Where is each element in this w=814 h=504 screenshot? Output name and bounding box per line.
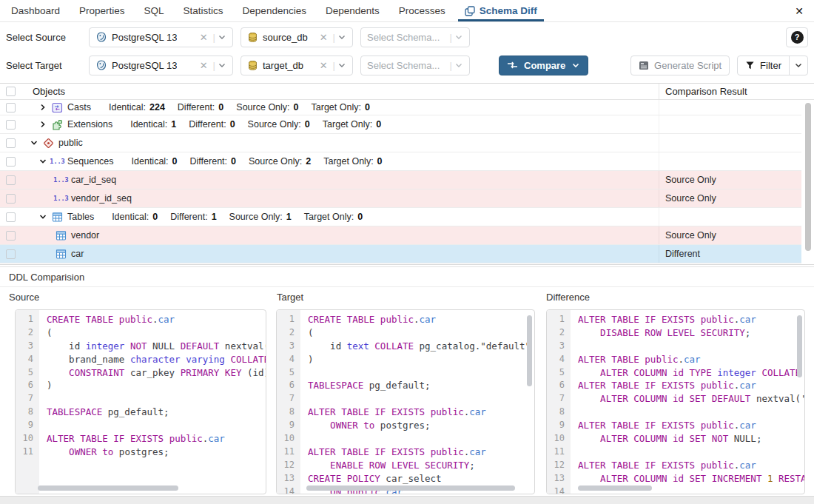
chevron-down-icon[interactable] <box>337 61 346 70</box>
code-line: OWNER to postgres; <box>39 446 266 459</box>
sequence-icon: 1..3 <box>51 158 64 165</box>
target-database-select[interactable]: target_db ✕ | <box>240 56 353 75</box>
table-row-car[interactable]: carDifferent <box>0 245 814 263</box>
chevron-down-icon[interactable] <box>571 61 580 70</box>
tab-statistics[interactable]: Statistics <box>174 0 233 21</box>
table-row-Sequences[interactable]: 1..3SequencesIdentical:0Different:0Sourc… <box>0 152 814 171</box>
chevron-down-icon[interactable] <box>37 156 49 167</box>
tab-properties[interactable]: Properties <box>70 0 135 21</box>
help-button[interactable]: ? <box>786 27 808 47</box>
tab-dependencies[interactable]: Dependencies <box>233 0 316 21</box>
code-line: ALTER COLUMN id SET DEFAULT nextval(' <box>571 392 804 406</box>
target-code-area[interactable]: CREATE TABLE public.car( id text COLLATE… <box>300 310 534 494</box>
filter-label: Filter <box>760 60 781 71</box>
clear-icon[interactable]: ✕ <box>317 60 331 71</box>
object-cell: 1..3SequencesIdentical:0Different:0Sourc… <box>22 152 659 170</box>
select-all-checkbox[interactable] <box>0 87 22 96</box>
chevron-right-icon[interactable] <box>37 119 49 130</box>
comparison-result-cell <box>659 100 814 115</box>
object-cell: CastsIdentical:224Different:0Source Only… <box>22 100 659 115</box>
sequence-icon: 1..3 <box>55 176 67 184</box>
tab-dependents[interactable]: Dependents <box>316 0 389 21</box>
horizontal-scrollbar[interactable] <box>38 485 178 491</box>
tab-processes[interactable]: Processes <box>389 0 455 21</box>
row-checkbox[interactable] <box>0 249 22 259</box>
chevron-down-icon[interactable] <box>454 33 463 41</box>
object-label: Extensions <box>67 119 112 130</box>
table-row-Extensions[interactable]: ExtensionsIdentical:1Different:0Source O… <box>0 115 814 134</box>
filter-split-button: Filter <box>737 56 808 75</box>
code-line: ( <box>39 326 266 340</box>
difference-code-area[interactable]: ALTER TABLE IF EXISTS public.car DISABLE… <box>571 310 804 494</box>
row-checkbox[interactable] <box>0 157 22 167</box>
tab-sql[interactable]: SQL <box>135 0 174 21</box>
tab-schema-diff[interactable]: Schema Diff <box>455 0 547 21</box>
row-checkbox[interactable] <box>0 120 22 130</box>
horizontal-scrollbar[interactable] <box>578 485 652 491</box>
table-vertical-scrollbar[interactable] <box>801 101 814 263</box>
close-panel-button[interactable]: ✕ <box>784 0 814 21</box>
chevron-down-icon[interactable] <box>37 212 49 222</box>
comparison-result-cell: Source Only <box>659 189 814 207</box>
table-row-Tables[interactable]: TablesIdentical:0Different:1Source Only:… <box>0 208 814 226</box>
horizontal-scrollbar[interactable] <box>306 485 515 491</box>
chevron-down-icon[interactable] <box>218 33 226 41</box>
tab-label: Statistics <box>184 5 223 16</box>
chevron-down-icon[interactable] <box>218 61 226 70</box>
source-schema-select[interactable]: Select Schema... | <box>360 27 470 47</box>
code-line: TABLESPACE pg_default; <box>39 406 266 419</box>
tables-icon <box>55 230 67 241</box>
chevron-right-icon[interactable] <box>37 102 49 112</box>
code-line: CREATE TABLE public.car <box>300 313 534 326</box>
row-checkbox[interactable] <box>0 212 22 222</box>
generate-script-button[interactable]: Generate Script <box>630 56 730 75</box>
comparison-result-cell <box>659 115 814 133</box>
source-database-select[interactable]: source_db ✕ | <box>240 27 353 47</box>
source-database-value: source_db <box>263 32 308 43</box>
object-cell: public <box>22 134 659 152</box>
clear-icon[interactable]: ✕ <box>317 32 331 43</box>
code-line <box>571 446 804 459</box>
chevron-down-icon[interactable] <box>454 61 463 70</box>
code-line: ALTER TABLE IF EXISTS public.car <box>571 379 804 392</box>
code-line: ENABLE ROW LEVEL SECURITY; <box>300 459 534 472</box>
compare-label: Compare <box>524 60 565 71</box>
table-row-Casts[interactable]: CastsIdentical:224Different:0Source Only… <box>0 100 814 115</box>
compare-button[interactable]: Compare <box>499 56 588 75</box>
row-checkbox[interactable] <box>0 194 22 204</box>
table-row-public[interactable]: public <box>0 134 814 152</box>
row-checkbox[interactable] <box>0 231 22 241</box>
target-server-select[interactable]: PostgreSQL 13 ✕ | <box>89 56 233 75</box>
target-schema-select[interactable]: Select Schema... | <box>360 56 470 75</box>
compare-arrows-icon <box>507 61 518 70</box>
table-row-vendor[interactable]: vendorSource Only <box>0 226 814 245</box>
chevron-down-icon[interactable] <box>337 33 346 41</box>
filter-dropdown-button[interactable] <box>789 56 807 75</box>
comparison-counts: Identical:0Different:1Source Only:1Targe… <box>112 212 363 222</box>
code-line: CREATE POLICY car_select <box>300 472 534 485</box>
row-checkbox[interactable] <box>0 103 22 112</box>
clear-icon[interactable]: ✕ <box>197 60 211 71</box>
source-server-select[interactable]: PostgreSQL 13 ✕ | <box>89 27 233 47</box>
code-line: ) <box>300 353 534 366</box>
window-bottom-scrollbar-track[interactable] <box>0 496 814 504</box>
comparison-result-cell <box>659 134 814 152</box>
table-row-car_id_seq[interactable]: 1..3car_id_seqSource Only <box>0 171 814 189</box>
comparison-result-cell <box>659 152 814 170</box>
code-line: ( <box>300 326 534 340</box>
vertical-scrollbar[interactable] <box>797 315 802 377</box>
code-line: ALTER COLUMN id SET INCREMENT 1 RESTA <box>571 472 804 485</box>
source-code-area[interactable]: CREATE TABLE public.car( id integer NOT … <box>39 310 266 494</box>
row-checkbox[interactable] <box>0 138 22 148</box>
vertical-scrollbar[interactable] <box>527 315 532 386</box>
panel-tabbar: DashboardPropertiesSQLStatisticsDependen… <box>0 0 814 22</box>
code-line: TABLESPACE pg_default; <box>300 379 534 392</box>
row-checkbox[interactable] <box>0 175 22 185</box>
tab-dashboard[interactable]: Dashboard <box>1 0 70 21</box>
table-row-vendor_id_seq[interactable]: 1..3vendor_id_seqSource Only <box>0 189 814 208</box>
filter-button[interactable]: Filter <box>738 56 789 75</box>
code-line: ) <box>39 379 266 392</box>
tab-label: SQL <box>144 5 164 16</box>
chevron-down-icon[interactable] <box>28 138 40 148</box>
clear-icon[interactable]: ✕ <box>197 32 211 43</box>
